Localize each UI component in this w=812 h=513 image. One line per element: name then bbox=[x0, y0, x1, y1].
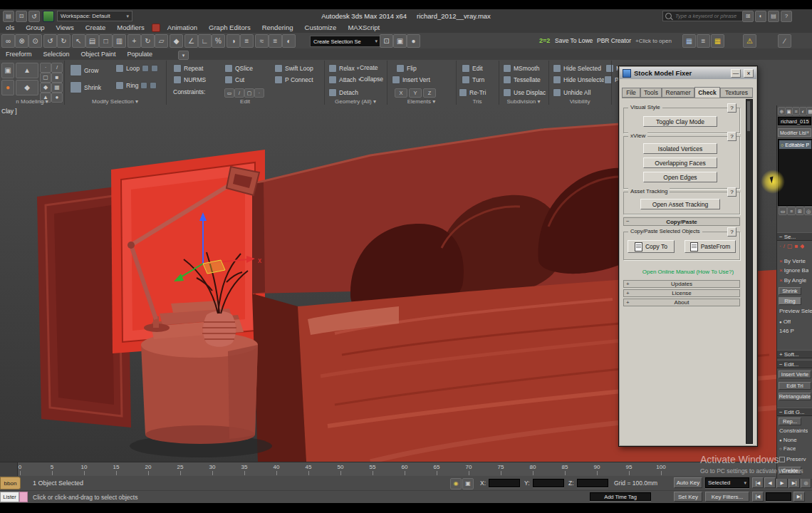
ribbon-shrink-button[interactable]: Shrink bbox=[70, 81, 101, 93]
border-icon[interactable]: ▢ bbox=[787, 243, 793, 249]
window-crossing-icon[interactable]: ▥ bbox=[113, 34, 126, 48]
snap-toggle-icon[interactable]: ∠ bbox=[184, 34, 198, 48]
pin-stack-icon[interactable]: ▭ bbox=[779, 207, 787, 215]
ribbon-re-tri-button[interactable]: Re-Tri bbox=[459, 88, 486, 97]
ribbon-relax-button[interactable]: Relax▾ bbox=[328, 64, 359, 73]
panel-label-visibility[interactable]: Visibility bbox=[548, 97, 611, 105]
mirror-icon[interactable]: ◑ bbox=[227, 34, 240, 48]
dialog-close-button[interactable]: × bbox=[744, 69, 754, 78]
visibility-bulb-icon[interactable]: ○ bbox=[781, 142, 784, 147]
panel-label-modify-selection[interactable]: Modify Selection ▾ bbox=[64, 97, 166, 105]
undo-scene-icon[interactable]: ↺ bbox=[43, 34, 57, 48]
columns-icon[interactable]: ≡ bbox=[697, 34, 710, 48]
ribbon-unhide-all-button[interactable]: Unhide All bbox=[553, 88, 590, 97]
search-input[interactable] bbox=[674, 12, 741, 20]
menu-create[interactable]: Create bbox=[80, 22, 112, 33]
menu-rendering[interactable]: Rendering bbox=[256, 22, 299, 33]
shrink-button[interactable]: Shrink bbox=[779, 287, 801, 295]
menu-maxscript[interactable]: MAXScript bbox=[342, 22, 385, 33]
timeline-corner-button[interactable] bbox=[0, 462, 18, 477]
polygon-subobject-icon[interactable]: ■ bbox=[51, 73, 63, 83]
edit-triangulation-button[interactable]: Edit Tri bbox=[779, 382, 811, 390]
vertex-subobject-icon[interactable]: · bbox=[40, 63, 51, 73]
ribbon-nurms-button[interactable]: NURMS bbox=[173, 76, 206, 84]
panel-label-edit[interactable]: Edit bbox=[166, 97, 324, 105]
scrollbar-thumb[interactable] bbox=[747, 101, 750, 131]
utilities-tab-icon[interactable]: ▦ bbox=[806, 107, 812, 115]
polygon-icon[interactable]: ■ bbox=[794, 243, 798, 249]
new-file-icon[interactable]: ▤ bbox=[3, 11, 14, 22]
copy-paste-rollup[interactable]: − Copy/Paste bbox=[623, 217, 740, 226]
rectangular-region-icon[interactable]: □ bbox=[99, 34, 113, 48]
ribbon-attach-button[interactable]: Attach▾ bbox=[328, 76, 361, 84]
ribbon-insert-vert-button[interactable]: Insert Vert bbox=[392, 76, 430, 84]
panel-label-geometry[interactable]: Geometry (All) ▾ bbox=[324, 97, 387, 105]
dialog-tab-check[interactable]: Check bbox=[694, 87, 720, 98]
ribbon-minimize-icon[interactable]: ▾ bbox=[178, 51, 189, 60]
by-vertex-checkbox[interactable]: ×By Verte bbox=[779, 258, 806, 264]
tab-populate[interactable]: Populate bbox=[122, 49, 159, 59]
macro-recorder-strip[interactable] bbox=[19, 492, 28, 502]
visual-style-help-button[interactable]: ? bbox=[727, 103, 736, 113]
ribbon-dock-tab[interactable]: bbon bbox=[0, 477, 21, 489]
select-scale-icon[interactable]: ▱ bbox=[155, 34, 168, 48]
key-filters-button[interactable]: Key Filters... bbox=[705, 492, 749, 502]
edit-geometry-rollout-header[interactable]: −Edit G... bbox=[777, 408, 812, 416]
show-end-result-icon[interactable]: ≡ bbox=[787, 207, 796, 215]
render-setup-icon[interactable]: ⊡ bbox=[380, 34, 393, 48]
plugin-menu-icon[interactable] bbox=[152, 24, 160, 32]
menu-animation[interactable]: Animation bbox=[162, 22, 203, 33]
object-name-field[interactable]: richard_015 bbox=[778, 117, 811, 125]
copy-to-button[interactable]: Copy To bbox=[628, 240, 675, 253]
z-coordinate-input[interactable] bbox=[577, 479, 608, 487]
dialog-tab-renamer[interactable]: Renamer bbox=[662, 88, 694, 98]
menu-modifiers[interactable]: Modifiers bbox=[111, 22, 150, 33]
edge-icon[interactable]: / bbox=[784, 243, 785, 249]
soft-selection-rollout-header[interactable]: +Soft... bbox=[777, 350, 812, 358]
isolated-vertices-button[interactable]: Isolated Vertices bbox=[643, 143, 717, 154]
go-to-start-button[interactable]: |◀ bbox=[752, 477, 764, 488]
help-icon[interactable]: ? bbox=[781, 11, 792, 22]
tab-selection[interactable]: Selection bbox=[38, 49, 76, 59]
grid-helper-icon[interactable]: ▦ bbox=[682, 34, 696, 48]
loop-plus-icon[interactable] bbox=[142, 65, 149, 72]
ribbon-cut-button[interactable]: Cut bbox=[224, 76, 244, 84]
copy-paste-help-button[interactable]: ? bbox=[727, 227, 736, 237]
dialog-scrollbar[interactable] bbox=[746, 99, 753, 444]
element-icon[interactable]: ◆ bbox=[800, 243, 804, 249]
ribbon-collapse-button[interactable]: Collapse bbox=[360, 76, 383, 83]
ribbon-loop-button[interactable]: Loop bbox=[115, 64, 158, 73]
ribbon-hide-unselected-button[interactable]: Hide Unselected bbox=[553, 76, 608, 84]
add-time-tag-button[interactable]: Add Time Tag bbox=[590, 492, 651, 501]
menu-tools[interactable]: ols bbox=[0, 22, 20, 33]
select-by-name-icon[interactable]: ▤ bbox=[85, 34, 99, 48]
favorites-icon[interactable]: ◐ bbox=[755, 11, 766, 22]
ribbon-grow-button[interactable]: Grow bbox=[70, 64, 98, 76]
toggle-clay-mode-button[interactable]: Toggle Clay Mode bbox=[643, 116, 717, 127]
x-coordinate-input[interactable] bbox=[489, 479, 520, 487]
dialog-minimize-button[interactable]: — bbox=[731, 69, 741, 78]
modifier-stack-row[interactable]: ○ Editable P bbox=[779, 140, 811, 149]
previous-frame-button[interactable]: ◀ bbox=[764, 477, 776, 488]
preserve-uvs-checkbox[interactable]: Preserv bbox=[779, 456, 806, 462]
updates-rollup[interactable]: + Updates bbox=[623, 280, 740, 288]
plugin-badge[interactable]: 2=2 bbox=[539, 37, 550, 44]
material-editor-icon[interactable]: ◐ bbox=[282, 34, 296, 48]
rendered-frame-icon[interactable]: ▣ bbox=[393, 34, 407, 48]
selection-set-dropdown[interactable]: Create Selection Se ▾ bbox=[310, 36, 381, 47]
set-key-button[interactable]: Set Key bbox=[674, 492, 702, 502]
about-rollup[interactable]: + About bbox=[623, 299, 740, 306]
percent-snap-icon[interactable]: % bbox=[212, 34, 225, 48]
bind-spacewarp-icon[interactable]: ⊙ bbox=[28, 34, 42, 48]
edit-rollout-header[interactable]: −Edit... bbox=[777, 360, 812, 368]
y-coordinate-input[interactable] bbox=[533, 479, 564, 487]
border-subobject-icon[interactable]: ▢ bbox=[40, 73, 51, 83]
ignore-backfacing-checkbox[interactable]: ×Ignore Ba bbox=[779, 267, 808, 274]
open-asset-tracking-button[interactable]: Open Asset Tracking bbox=[640, 199, 720, 209]
make-unique-icon[interactable]: ⊞ bbox=[796, 207, 804, 215]
paste-from-button[interactable]: PasteFrom bbox=[685, 240, 736, 253]
viewport-label[interactable]: Clay ] bbox=[1, 108, 17, 115]
insert-vertex-button[interactable]: Insert Verte bbox=[779, 370, 811, 378]
menu-group[interactable]: Group bbox=[20, 22, 50, 33]
listener-dock-tab[interactable]: Lister bbox=[0, 492, 19, 502]
